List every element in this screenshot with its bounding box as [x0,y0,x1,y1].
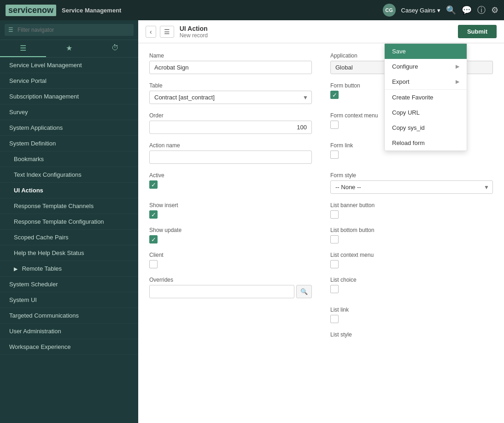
client-checkbox[interactable] [149,260,158,268]
list-link-checkbox[interactable] [330,315,339,323]
sidebar-item-label: Bookmarks [14,156,44,162]
order-label: Order [149,112,312,119]
overrides-search-wrap: 🔍 [149,285,312,298]
sidebar-item-service-level[interactable]: Service Level Management [0,58,138,73]
field-list-link: List link [330,307,493,323]
form-link-checkbox[interactable] [330,151,339,159]
field-list-bottom-button: List bottom button [330,227,493,243]
sidebar-item-system-scheduler[interactable]: System Scheduler [0,277,138,292]
menu-item-copy-sysid[interactable]: Copy sys_id [385,120,467,135]
menu-item-copy-url[interactable]: Copy URL [385,105,467,120]
sidebar-item-response-channels[interactable]: Response Template Channels [0,198,138,214]
name-input[interactable] [149,61,312,74]
sidebar-item-help-desk[interactable]: Help the Help Desk Status [0,245,138,261]
sidebar-item-label: System UI [9,296,37,303]
menu-item-configure[interactable]: Configure ▶ [385,59,467,74]
sidebar-item-label: Targeted Communications [9,312,79,319]
order-input[interactable] [149,121,312,134]
sidebar-item-system-def[interactable]: System Definition [0,136,138,151]
field-show-insert: Show insert ✓ [149,202,312,219]
form-button-checkbox[interactable]: ✓ [330,91,339,99]
field-form-style: Form style -- None -- ▼ [330,172,493,194]
form-context-menu-checkbox[interactable] [330,121,339,129]
field-list-choice: List choice [330,277,493,293]
sidebar: ☰ ☰ ★ ⏱ Service Level Management Service… [0,20,138,423]
form-row-list-link: List link [149,307,493,323]
form-style-select[interactable]: -- None -- [330,180,493,194]
action-name-input[interactable] [149,151,312,164]
form-style-select-wrap: -- None -- ▼ [330,180,493,194]
sidebar-item-service-portal[interactable]: Service Portal [0,73,138,89]
search-input[interactable] [5,24,134,36]
chevron-right-icon: ▶ [456,64,459,70]
menu-button[interactable]: ☰ [160,26,174,38]
tab-favorites[interactable]: ★ [46,40,92,57]
sidebar-item-label: Service Level Management [9,62,82,69]
field-active: Active ✓ [149,172,312,189]
chat-icon[interactable]: 💬 [462,5,472,15]
user-name[interactable]: Casey Gains ▾ [401,7,440,14]
list-choice-checkbox[interactable] [330,285,339,293]
overrides-search-button[interactable]: 🔍 [296,285,312,298]
action-name-label: Action name [149,142,312,149]
form-row-show-update: Show update ✓ List bottom button [149,227,493,243]
table-select[interactable]: Contract [ast_contract] [149,91,312,104]
sidebar-item-bookmarks[interactable]: Bookmarks [0,151,138,167]
show-update-label: Show update [149,227,312,233]
settings-icon[interactable]: ⚙ [491,5,498,15]
menu-item-reload-form[interactable]: Reload form [385,135,467,151]
list-bottom-button-checkbox[interactable] [330,235,339,243]
sidebar-item-system-ui[interactable]: System UI [0,292,138,308]
list-banner-button-label: List banner button [330,202,493,209]
active-checkbox[interactable]: ✓ [149,180,158,189]
sidebar-item-label: System Scheduler [9,281,58,288]
record-subtitle: New record [180,32,208,39]
list-style-label: List style [330,331,493,338]
sidebar-item-remote-tables[interactable]: ▶ Remote Tables [0,261,138,277]
sidebar-item-label: Response Template Configuration [14,218,104,225]
help-icon[interactable]: ⓘ [477,5,486,16]
name-label: Name [149,52,312,59]
list-bottom-button-label: List bottom button [330,227,493,233]
sidebar-item-subscription[interactable]: Subscription Management [0,89,138,104]
back-button[interactable]: ‹ [146,26,156,38]
field-action-name: Action name [149,142,312,164]
sidebar-item-response-config[interactable]: Response Template Configuration [0,214,138,230]
show-insert-checkbox[interactable]: ✓ [149,210,158,219]
sidebar-item-label: System Definition [9,140,56,147]
sidebar-item-workspace[interactable]: Workspace Experience [0,339,138,355]
menu-item-export[interactable]: Export ▶ [385,74,467,89]
field-overrides: Overrides 🔍 [149,277,312,298]
field-list-style: List style [330,331,493,340]
list-banner-button-checkbox-wrap [330,210,493,219]
list-link-label: List link [330,307,493,313]
sidebar-item-label: Workspace Experience [9,343,70,350]
overrides-input[interactable] [149,285,294,298]
check-icon: ✓ [151,211,156,218]
field-show-update: Show update ✓ [149,227,312,243]
menu-item-save[interactable]: Save [385,44,467,59]
app-title: Service Management [62,7,121,14]
form-row-active: Active ✓ Form style -- None -- ▼ [149,172,493,194]
menu-item-create-favorite[interactable]: Create Favorite [385,90,467,105]
sidebar-item-system-apps[interactable]: System Applications [0,120,138,136]
tab-all[interactable]: ☰ [0,40,46,57]
sidebar-item-label: UI Actions [14,187,43,194]
list-context-menu-checkbox[interactable] [330,260,339,268]
list-banner-button-checkbox[interactable] [330,210,339,219]
search-icon[interactable]: 🔍 [446,5,456,15]
tab-history[interactable]: ⏱ [92,40,138,57]
overrides-label: Overrides [149,277,312,283]
show-update-checkbox[interactable]: ✓ [149,235,158,243]
sidebar-item-user-admin[interactable]: User Administration [0,324,138,339]
sidebar-item-text-index[interactable]: Text Index Configurations [0,167,138,183]
submit-button[interactable]: Submit [458,25,497,38]
sidebar-item-label: Service Portal [9,77,47,84]
sidebar-item-scoped-cache[interactable]: Scoped Cache Pairs [0,230,138,245]
sidebar-item-survey[interactable]: Survey [0,104,138,120]
menu-item-label: Configure [392,63,418,70]
sidebar-item-targeted-comm[interactable]: Targeted Communications [0,308,138,324]
user-name-text: Casey Gains [401,7,435,14]
menu-item-label: Copy sys_id [392,124,425,131]
sidebar-item-ui-actions[interactable]: UI Actions [0,183,138,198]
